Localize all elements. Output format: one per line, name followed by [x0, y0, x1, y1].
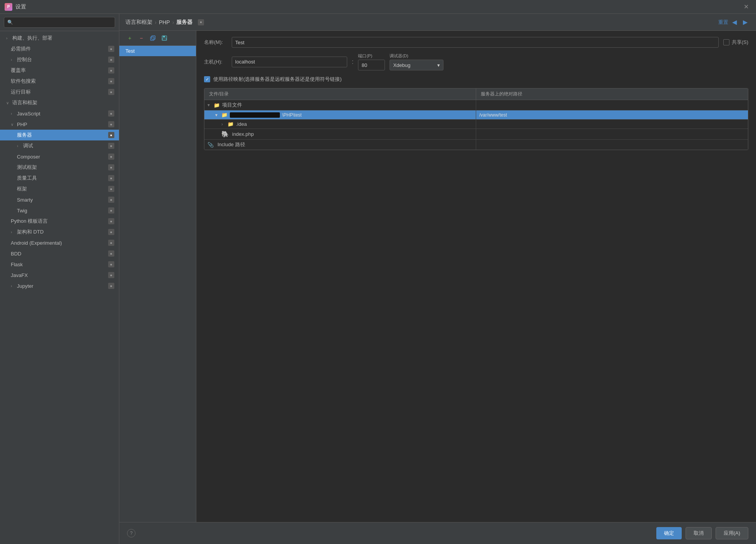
breadcrumb-sep: › — [155, 19, 157, 25]
sidebar-item-build[interactable]: › 构建、执行、部署 — [0, 33, 119, 43]
pin-icon: ■ — [108, 240, 114, 246]
server-path-cell-project[interactable] — [476, 100, 748, 110]
svg-rect-1 — [151, 37, 154, 40]
path-mapping-checkbox[interactable]: ✓ — [204, 76, 210, 82]
sidebar-item-server[interactable]: 服务器 ■ — [0, 130, 119, 140]
path-table-body: ▾ 📁 项目文件 ▾ 📁 \PH — [204, 100, 748, 150]
sidebar-item-flask[interactable]: Flask ■ — [0, 259, 119, 270]
name-row: 名称(M): 共享(S) — [204, 37, 748, 48]
add-server-button[interactable]: + — [125, 34, 134, 42]
sidebar-item-lang-framework[interactable]: ∨ 语言和框架 — [0, 97, 119, 108]
pin-icon: ■ — [108, 89, 114, 95]
sidebar-item-android[interactable]: Android (Experimental) ■ — [0, 237, 119, 248]
expand-icon: ▾ — [207, 102, 211, 108]
share-button[interactable]: 共享(S) — [723, 39, 748, 46]
pin-icon: ■ — [108, 164, 114, 170]
expand-icon: ▾ — [215, 112, 219, 118]
sidebar-item-bdd[interactable]: BDD ■ — [0, 248, 119, 259]
sidebar-item-twig[interactable]: Twig ■ — [0, 205, 119, 216]
ok-button[interactable]: 确定 — [656, 527, 682, 539]
server-path-cell-test[interactable]: /var/www/test — [476, 110, 748, 119]
host-row: 主机(H): : 端口(P) 调试器(D) Xdebug ▾ — [204, 53, 748, 70]
sidebar-item-debug[interactable]: › 调试 ■ — [0, 140, 119, 151]
sidebar-item-quality-tools[interactable]: 质量工具 ■ — [0, 173, 119, 184]
form-area: 名称(M): 共享(S) 主机(H): : 端口(P) — [196, 31, 756, 522]
server-toolbar: + − — [119, 31, 196, 46]
table-row-selected: ▾ 📁 \PHP\test /var/www/test — [204, 110, 748, 120]
server-path-cell-indexphp[interactable] — [476, 129, 748, 139]
chevron-down-icon: ∨ — [6, 101, 11, 105]
sidebar-item-composer-label: Composer — [17, 154, 108, 160]
server-path-cell-include[interactable] — [476, 140, 748, 150]
table-row-include: 📎 Include 路径 — [204, 140, 748, 150]
sidebar-item-javascript-label: JavaScript — [17, 111, 108, 117]
file-cell-idea[interactable]: › 📁 .idea — [204, 120, 476, 128]
remove-server-button[interactable]: − — [137, 34, 146, 42]
file-cell-project[interactable]: ▾ 📁 项目文件 — [204, 100, 476, 110]
sidebar-item-server-label: 服务器 — [17, 132, 108, 139]
sidebar-item-jupyter[interactable]: › Jupyter ■ — [0, 280, 119, 291]
file-cell-include[interactable]: 📎 Include 路径 — [204, 140, 476, 150]
host-label: 主机(H): — [204, 58, 227, 65]
breadcrumb-item-server: 服务器 — [176, 19, 192, 26]
sidebar-item-coverage[interactable]: 覆盖率 ■ — [0, 65, 119, 76]
debugger-select[interactable]: Xdebug ▾ — [390, 60, 443, 70]
file-cell-redacted[interactable]: ▾ 📁 \PHP\test — [204, 110, 476, 119]
sidebar-item-coverage-label: 覆盖率 — [11, 67, 108, 74]
content-area: 语言和框架 › PHP › 服务器 ■ 重置 ◀ ▶ + − — [119, 14, 756, 544]
copy-server-button[interactable] — [149, 34, 157, 42]
cancel-button[interactable]: 取消 — [686, 527, 712, 539]
bottom-bar: ? 确定 取消 应用(A) — [119, 522, 756, 544]
breadcrumb-item-lang[interactable]: 语言和框架 — [125, 19, 152, 26]
sidebar-item-composer[interactable]: Composer ■ — [0, 151, 119, 162]
sidebar-content: › 构建、执行、部署 必需插件 ■ › 控制台 ■ 覆盖率 ■ 软件包搜索 ■ … — [0, 31, 119, 544]
help-button[interactable]: ? — [127, 529, 135, 537]
name-input[interactable] — [232, 37, 719, 48]
sidebar-item-python-template[interactable]: Python 模板语言 ■ — [0, 216, 119, 227]
sidebar: 🔍 › 构建、执行、部署 必需插件 ■ › 控制台 ■ 覆盖率 ■ — [0, 14, 119, 544]
sidebar-item-run-target[interactable]: 运行目标 ■ — [0, 87, 119, 97]
save-server-button[interactable] — [160, 34, 169, 42]
sidebar-item-test-framework[interactable]: 测试框架 ■ — [0, 162, 119, 173]
col-header-server-path: 服务器上的绝对路径 — [476, 88, 748, 100]
port-input[interactable] — [358, 60, 385, 70]
close-button[interactable]: ✕ — [741, 2, 751, 12]
pin-icon: ■ — [108, 207, 114, 214]
server-path-cell-idea[interactable] — [476, 120, 748, 128]
sidebar-item-schema-dtd[interactable]: › 架构和 DTD ■ — [0, 227, 119, 237]
sidebar-item-test-framework-label: 测试框架 — [17, 164, 108, 171]
sidebar-item-required-plugins[interactable]: 必需插件 ■ — [0, 43, 119, 54]
title-bar-left: P 设置 — [5, 3, 26, 11]
php-file-icon: 🐘 — [221, 130, 229, 138]
php-test-suffix: \PHP\test — [282, 112, 302, 118]
folder-icon: 📁 — [214, 102, 220, 108]
host-input[interactable] — [232, 57, 347, 67]
sidebar-item-lang-framework-label: 语言和框架 — [12, 99, 114, 106]
sidebar-item-required-plugins-label: 必需插件 — [11, 45, 108, 52]
share-checkbox[interactable] — [723, 39, 729, 45]
file-cell-indexphp[interactable]: 🐘 index.php — [204, 129, 476, 139]
pin-icon: ■ — [108, 175, 114, 181]
breadcrumb-item-php[interactable]: PHP — [159, 19, 170, 25]
sidebar-item-php[interactable]: ∨ PHP ■ — [0, 119, 119, 130]
path-table-header: 文件/目录 服务器上的绝对路径 — [204, 88, 748, 100]
pin-icon: ■ — [108, 46, 114, 52]
pin-icon: ■ — [108, 186, 114, 192]
sidebar-item-framework[interactable]: 框架 ■ — [0, 184, 119, 194]
include-label: Include 路径 — [217, 141, 245, 148]
pin-icon: ■ — [108, 283, 114, 289]
sidebar-item-console[interactable]: › 控制台 ■ — [0, 54, 119, 65]
sidebar-item-javafx[interactable]: JavaFX ■ — [0, 270, 119, 280]
nav-forward-button[interactable]: ▶ — [741, 18, 750, 27]
idea-label: .idea — [236, 121, 247, 127]
reset-button[interactable]: 重置 — [718, 19, 728, 26]
sidebar-item-python-template-label: Python 模板语言 — [11, 218, 108, 225]
apply-button[interactable]: 应用(A) — [716, 527, 748, 539]
sidebar-item-javascript[interactable]: › JavaScript ■ — [0, 108, 119, 119]
pin-icon: ■ — [108, 229, 114, 235]
sidebar-item-smarty[interactable]: Smarty ■ — [0, 194, 119, 205]
search-field[interactable]: 🔍 — [4, 17, 115, 28]
server-list-item[interactable]: Test — [119, 46, 196, 56]
nav-back-button[interactable]: ◀ — [730, 18, 739, 27]
sidebar-item-pkg-search[interactable]: 软件包搜索 ■ — [0, 76, 119, 87]
